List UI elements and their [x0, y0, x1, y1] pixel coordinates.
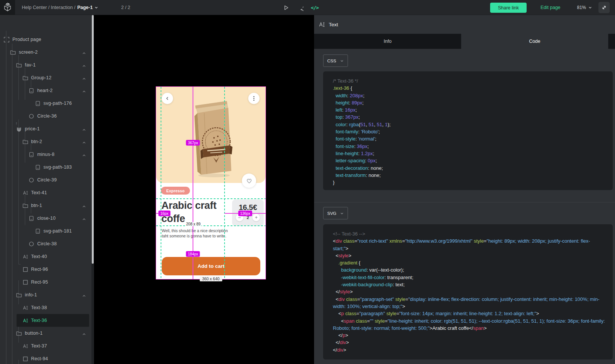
css-code-line: font-style: 'normal';	[333, 135, 605, 142]
quantity-plus-button[interactable]: +	[252, 214, 260, 221]
more-options-button[interactable]	[248, 93, 260, 104]
guide-left-inset	[161, 87, 161, 279]
layer-label: Group-12	[31, 75, 52, 80]
coffee-bag-image	[189, 94, 235, 178]
play-button[interactable]	[283, 5, 289, 11]
inspector-panel: Text Info Code CSS /* Text-36 */.text-36…	[314, 15, 615, 364]
layer-tree: ↑ Product pagescreen-2fav-1Group-12heart…	[0, 15, 91, 364]
inspector-title: Text	[329, 22, 338, 27]
layer-label: Circle-36	[37, 113, 57, 119]
layer-row-screen-2[interactable]: screen-2	[0, 46, 91, 59]
phone-frame[interactable]: Expresso Arabic craft coffe Well, this s…	[156, 87, 266, 279]
layer-row-btn-2[interactable]: btn-2	[0, 135, 91, 148]
layer-row-text-36[interactable]: Text-36	[0, 314, 91, 327]
css-code-line: text-decoration: none;	[333, 165, 605, 172]
layer-label: Text-37	[31, 343, 47, 349]
svg-code-line: <div class="paragraph-set" style="displa…	[333, 296, 605, 310]
css-code-line: height: 89px;	[333, 99, 605, 106]
svgfile-icon	[35, 228, 41, 234]
layer-row-text-41[interactable]: Text-41	[0, 186, 91, 199]
frame-icon	[4, 37, 9, 42]
layer-label: Rect-95	[31, 279, 48, 285]
chevron-up-icon[interactable]	[82, 140, 86, 144]
zoom-level-dropdown[interactable]: 81%	[577, 5, 592, 10]
layer-row-minus-8[interactable]: minus-8	[0, 148, 91, 161]
layer-row-svg-path-176[interactable]: svg-path-176	[0, 97, 91, 110]
svg-code-line: <p class="paragraph" style="font-size: 1…	[333, 310, 605, 317]
circle-icon	[29, 241, 34, 247]
product-description: Well, this should be a nice description …	[162, 228, 228, 239]
svgfile-icon	[29, 88, 34, 94]
scrollbar-thumb[interactable]	[92, 15, 94, 264]
chevron-down-icon	[94, 6, 98, 9]
layer-label: svg-path-181	[44, 228, 72, 234]
css-code-line: }	[333, 179, 605, 186]
chevron-up-icon[interactable]	[82, 89, 86, 93]
layer-row-product page[interactable]: Product page	[0, 33, 91, 46]
svg-language-dropdown[interactable]: SVG	[323, 207, 348, 219]
chevron-up-icon[interactable]	[82, 127, 86, 131]
layer-label: button-1	[25, 331, 43, 336]
code-view-button[interactable]: </>	[311, 5, 318, 11]
chevron-up-icon[interactable]	[82, 204, 86, 208]
chevron-up-icon[interactable]	[82, 76, 86, 80]
layer-row-rect-96[interactable]: Rect-96	[0, 263, 91, 276]
product-tag-badge[interactable]: Expresso	[161, 187, 190, 195]
layer-row-close-10[interactable]: close-10	[0, 212, 91, 225]
inspector-tabs: Info Code	[314, 34, 615, 49]
folder-icon	[23, 203, 28, 208]
layer-row-svg-path-181[interactable]: svg-path-181	[0, 225, 91, 237]
chevron-up-icon[interactable]	[82, 216, 86, 221]
code-icon: </>	[311, 5, 318, 11]
layer-row-text-37[interactable]: Text-37	[0, 340, 91, 352]
back-button[interactable]	[162, 93, 173, 104]
layer-row-text-38[interactable]: Text-38	[0, 301, 91, 314]
layer-row-circle-36[interactable]: Circle-36	[0, 110, 91, 122]
css-code-line: .text-36 {	[333, 85, 605, 92]
layer-row-btn-1[interactable]: btn-1	[0, 199, 91, 212]
chevron-up-icon[interactable]	[82, 331, 86, 335]
layer-row-circle-39[interactable]: Circle-39	[0, 174, 91, 186]
chevron-up-icon[interactable]	[82, 50, 86, 54]
folder-icon	[16, 292, 22, 298]
heart-icon	[246, 177, 253, 184]
svg-code-block[interactable]: <!-- Text-36 --><div class="root rich-te…	[323, 224, 613, 359]
css-code-line: /* Text-36 */	[333, 77, 605, 85]
add-to-cart-button[interactable]: Add to cart	[162, 257, 260, 275]
svg-code-line: <style>	[333, 252, 605, 259]
css-code-block[interactable]: /* Text-36 */.text-36 { width: 208px; he…	[323, 71, 613, 190]
fullscreen-button[interactable]	[598, 2, 610, 13]
breadcrumb[interactable]: Help Center / Interaction / Page-1	[22, 0, 98, 15]
inspector-header: Text	[314, 15, 615, 34]
svgfile-icon	[29, 152, 34, 157]
comment-button[interactable]	[297, 5, 304, 11]
frame-size-label: 360 x 640	[199, 276, 222, 281]
layer-row-price-1[interactable]: price-1	[0, 122, 91, 135]
expand-icon	[601, 5, 607, 10]
app-logo[interactable]	[0, 0, 15, 15]
layer-row-info-1[interactable]: info-1	[0, 288, 91, 301]
layer-row-heart-2[interactable]: heart-2	[0, 84, 91, 97]
chevron-up-icon[interactable]	[82, 153, 86, 157]
layer-row-button-1[interactable]: button-1	[0, 327, 91, 340]
layer-label: Rect-94	[31, 356, 48, 361]
folder-icon	[16, 331, 22, 336]
layer-row-fav-1[interactable]: fav-1	[0, 59, 91, 71]
tab-code[interactable]: Code	[461, 34, 608, 49]
layer-row-rect-95[interactable]: Rect-95	[0, 276, 91, 288]
layer-row-rect-94[interactable]: Rect-94	[0, 352, 91, 364]
css-language-dropdown[interactable]: CSS	[323, 54, 348, 67]
chevron-up-icon[interactable]	[82, 63, 86, 67]
tab-info[interactable]: Info	[314, 34, 461, 49]
edit-page-link[interactable]: Edit page	[541, 5, 560, 10]
layer-row-group-12[interactable]: Group-12	[0, 71, 91, 84]
layer-row-circle-38[interactable]: Circle-38	[0, 237, 91, 250]
guide-selection-right	[224, 87, 225, 279]
favorite-button[interactable]	[242, 174, 256, 188]
layer-row-text-40[interactable]: Text-40	[0, 250, 91, 263]
panel-divider	[314, 202, 615, 202]
share-link-button[interactable]: Share link	[490, 3, 527, 13]
chevron-up-icon[interactable]	[82, 293, 86, 297]
layer-row-svg-path-183[interactable]: svg-path-183	[0, 161, 91, 174]
sidebar-scrollbar[interactable]	[91, 15, 94, 364]
